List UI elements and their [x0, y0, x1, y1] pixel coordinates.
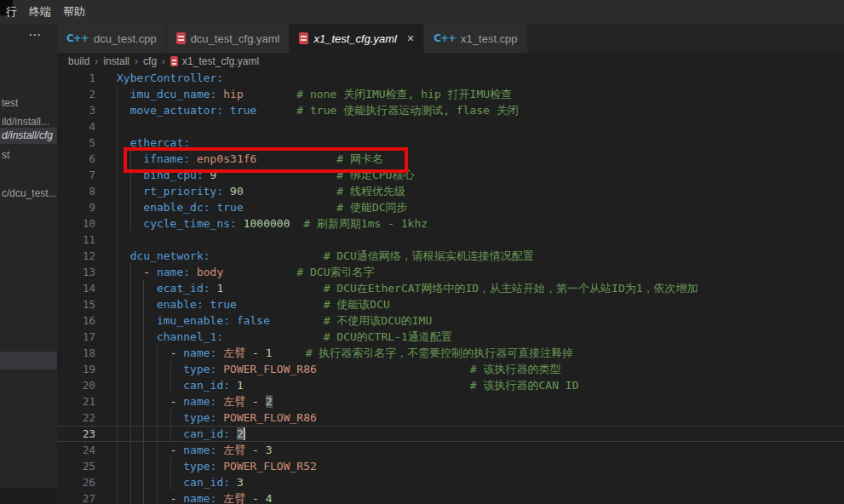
sidebar-empty-selection-row[interactable]	[0, 352, 57, 369]
code-line[interactable]: 27 - name: 左臂 - 4	[57, 490, 844, 504]
code-line[interactable]: 7 bind_cpu: 9 # 绑定CPU核心	[57, 167, 844, 183]
code-token: body	[197, 266, 223, 278]
indent-guide	[143, 458, 144, 474]
line-number: 8	[57, 183, 95, 199]
code-line[interactable]: 11	[57, 232, 844, 248]
line-number: 24	[57, 442, 95, 458]
tab-close-icon[interactable]: ×	[407, 32, 414, 44]
code-line[interactable]: 23 can_id: 2	[57, 426, 844, 442]
breadcrumb-segment[interactable]: build	[68, 55, 89, 67]
code-line[interactable]: 6 ifname: enp0s31f6 # 网卡名	[57, 151, 844, 167]
code-line[interactable]: 26 can_id: 3	[57, 474, 844, 490]
code-line[interactable]: 24 - name: 左臂 - 3	[57, 442, 844, 458]
code-line[interactable]: 25 type: POWER_FLOW_R52	[57, 458, 844, 474]
code-line[interactable]: 19 type: POWER_FLOW_R86 # 该执行器的类型	[57, 361, 844, 377]
code-token: # DCU在EtherCAT网络中的ID，从主站开始，第一个从站ID为1，依次增…	[324, 282, 698, 295]
sidebar-list-item[interactable]: d/install/cfg	[0, 128, 57, 144]
code-token: can_id:	[183, 476, 230, 489]
editor-group: C++dcu_test.cppdcu_test_cfg.yamlx1_test_…	[57, 24, 844, 504]
indent-guide	[170, 361, 171, 377]
code-token: true	[216, 201, 243, 214]
code-token	[230, 476, 237, 489]
code-line[interactable]: 3 move_actuator: true # true 使能执行器运动测试, …	[57, 102, 844, 118]
code-token: -	[245, 492, 265, 504]
code-line[interactable]: 12 dcu_network: # DCU通信网络，请根据实机连接情况配置	[57, 248, 844, 264]
code-token	[223, 266, 296, 278]
menu-item-2[interactable]: 帮助	[57, 3, 91, 21]
code-token	[117, 249, 130, 262]
code-line[interactable]: 16 imu_enable: false # 不使用该DCU的IMU	[57, 312, 844, 329]
indent-guide	[130, 215, 131, 232]
code-token	[256, 152, 336, 165]
code-line[interactable]: 1XyberController:	[57, 70, 844, 86]
code-line[interactable]: 17 channel_1: # DCU的CTRL-1通道配置	[57, 329, 844, 345]
indent-guide	[130, 458, 131, 474]
tab-dcu_test_cfg.yaml[interactable]: dcu_test_cfg.yaml	[167, 24, 290, 53]
code-token	[223, 330, 323, 343]
code-token: hip	[223, 88, 243, 100]
indent-guide	[130, 151, 131, 167]
more-actions-button[interactable]: ⋯	[28, 27, 42, 43]
code-editor[interactable]: 1XyberController:2 imu_dcu_name: hip # n…	[57, 70, 844, 504]
code-token: name:	[183, 444, 216, 456]
code-line[interactable]: 21 - name: 左臂 - 2	[57, 393, 844, 410]
indent-guide	[117, 442, 118, 458]
indent-guide	[117, 458, 118, 474]
menu-item-0[interactable]: 行	[0, 3, 23, 21]
code-token: false	[237, 314, 270, 327]
code-token	[317, 363, 470, 375]
code-token: POWER_FLOW_R86	[223, 363, 317, 375]
code-line[interactable]: 4	[57, 118, 844, 135]
indent-guide	[130, 393, 131, 410]
code-line[interactable]: 5 ethercat:	[57, 135, 844, 151]
code-token: 1000000	[244, 217, 290, 230]
line-number: 14	[57, 280, 95, 296]
breadcrumb-file[interactable]: x1_test_cfg.yaml	[170, 55, 259, 67]
code-line[interactable]: 20 can_id: 1 # 该执行器的CAN ID	[57, 377, 844, 393]
code-line[interactable]: 14 ecat_id: 1 # DCU在EtherCAT网络中的ID，从主站开始…	[57, 280, 844, 296]
code-token: ethercat:	[130, 136, 190, 149]
breadcrumb-segment[interactable]: install	[103, 55, 129, 67]
code-token: # 网卡名	[336, 152, 383, 165]
indent-guide	[143, 410, 144, 426]
line-number: 19	[57, 361, 95, 377]
indent-guide	[117, 151, 118, 167]
code-line[interactable]: 8 rt_priority: 90 # 线程优先级	[57, 183, 844, 199]
code-line[interactable]: 22 type: POWER_FLOW_R86	[57, 410, 844, 426]
indent-guide	[130, 199, 131, 215]
code-token	[117, 314, 157, 327]
tab-dcu_test.cpp[interactable]: C++dcu_test.cpp	[57, 24, 167, 53]
code-token	[223, 282, 323, 295]
code-line[interactable]: 9 enable_dc: true # 使能DC同步	[57, 199, 844, 215]
code-token: move_actuator:	[130, 104, 224, 117]
sidebar-list-item[interactable]: test	[0, 95, 57, 112]
indent-guide	[143, 490, 144, 504]
breadcrumb-segment[interactable]: cfg	[143, 55, 157, 67]
indent-guide	[143, 442, 144, 458]
code-line[interactable]: 15 enable: true # 使能该DCU	[57, 296, 844, 312]
sidebar-list-item[interactable]: c/dcu_test...	[0, 186, 57, 202]
code-line[interactable]: 2 imu_dcu_name: hip # none 关闭IMU检查, hip …	[57, 86, 844, 102]
code-token: -	[170, 444, 184, 456]
indent-guide	[143, 329, 144, 345]
sidebar-list-item[interactable]: st	[0, 147, 57, 163]
code-token	[216, 169, 336, 181]
tab-x1_test.cpp[interactable]: C++x1_test.cpp	[424, 24, 527, 53]
line-number: 5	[57, 135, 95, 151]
line-number: 27	[57, 490, 95, 504]
code-token	[204, 298, 210, 311]
indent-guide	[117, 183, 118, 199]
indent-guide	[170, 410, 171, 426]
menu-item-1[interactable]: 终端	[23, 3, 57, 21]
code-token: # DCU索引名字	[296, 266, 374, 278]
code-token: -	[143, 266, 157, 278]
code-line[interactable]: 18 - name: 左臂 - 1 # 执行器索引名字，不需要控制的执行器可直接…	[57, 345, 844, 361]
indent-guide	[117, 410, 118, 426]
indent-guide	[157, 458, 158, 474]
line-number: 2	[57, 86, 95, 102]
code-token	[117, 379, 183, 392]
tab-x1_test_cfg.yaml[interactable]: x1_test_cfg.yaml×	[290, 24, 424, 53]
cpp-file-icon: C++	[433, 32, 456, 44]
code-line[interactable]: 10 cycle_time_ns: 1000000 # 刷新周期1ms - 1k…	[57, 215, 844, 232]
code-line[interactable]: 13 - name: body # DCU索引名字	[57, 264, 844, 280]
